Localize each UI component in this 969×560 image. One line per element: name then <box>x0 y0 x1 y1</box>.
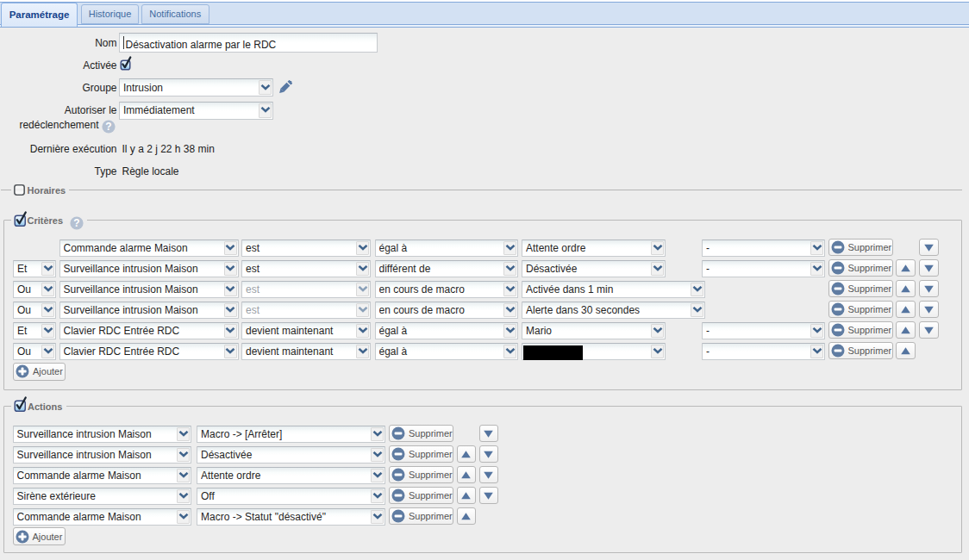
svg-text:?: ? <box>105 121 111 133</box>
svg-text:?: ? <box>73 217 79 229</box>
